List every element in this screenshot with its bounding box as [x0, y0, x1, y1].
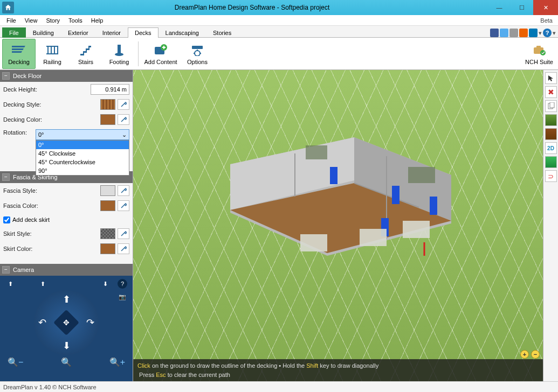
- rotation-option-0[interactable]: 0°: [36, 141, 129, 149]
- section-camera-header[interactable]: − Camera: [0, 264, 133, 276]
- collapse-icon[interactable]: −: [2, 72, 10, 80]
- section-deck-floor-header[interactable]: − Deck Floor: [0, 70, 133, 82]
- 3d-tool[interactable]: [545, 156, 557, 168]
- skirt-style-picker[interactable]: [118, 228, 129, 239]
- help-icon[interactable]: ?: [543, 29, 552, 37]
- decking-icon: [11, 43, 26, 58]
- svg-rect-24: [408, 167, 435, 183]
- rotation-dropdown[interactable]: 0°⌄ 0° 45° Clockwise 45° Counterclockwis…: [36, 129, 129, 140]
- svg-rect-7: [192, 46, 203, 49]
- svg-rect-10: [536, 46, 541, 48]
- help-dropdown-icon[interactable]: ▾: [553, 30, 556, 37]
- beta-label: Beta: [536, 16, 556, 25]
- tab-decks[interactable]: Decks: [128, 27, 159, 38]
- stumble-icon[interactable]: [519, 29, 528, 37]
- zoom-out-button[interactable]: 🔍−: [8, 357, 23, 367]
- rotation-option-45cw[interactable]: 45° Clockwise: [36, 149, 129, 158]
- svg-rect-3: [118, 45, 121, 53]
- rotation-option-90[interactable]: 90°: [36, 166, 129, 175]
- cam-up-right-icon[interactable]: ⬇: [100, 279, 110, 289]
- 2d-tool[interactable]: 2D: [545, 142, 557, 154]
- house-model: [219, 116, 489, 267]
- deck-height-input[interactable]: [91, 84, 129, 95]
- deck-floor-title: Deck Floor: [13, 73, 42, 79]
- ribbon-add-content[interactable]: Add Content: [141, 39, 181, 69]
- menu-file[interactable]: File: [2, 16, 20, 25]
- status-bar: DreamPlan v 1.40 © NCH Software: [0, 381, 558, 392]
- chevron-down-icon[interactable]: ▾: [539, 30, 542, 37]
- tab-building[interactable]: Building: [26, 27, 61, 38]
- menu-help[interactable]: Help: [87, 16, 108, 25]
- share-icon[interactable]: [509, 29, 518, 37]
- ribbon-footing[interactable]: Footing: [102, 39, 136, 69]
- copy-tool[interactable]: [545, 100, 557, 112]
- cursor-tool[interactable]: [545, 72, 557, 84]
- maximize-button[interactable]: ☐: [511, 0, 533, 15]
- decking-color-picker[interactable]: [118, 114, 129, 125]
- menu-view[interactable]: View: [20, 16, 42, 25]
- side-panel: − Deck Floor Deck Height: Decking Style:…: [0, 70, 133, 381]
- skirt-color-picker[interactable]: [118, 243, 129, 254]
- magnet-tool[interactable]: ⊃: [545, 170, 557, 182]
- terrain-tool[interactable]: [545, 114, 557, 126]
- fascia-color-picker[interactable]: [118, 200, 129, 211]
- twitter-icon[interactable]: [500, 29, 508, 37]
- viewport-plus-icon[interactable]: +: [520, 350, 529, 359]
- fascia-style-swatch[interactable]: [100, 185, 115, 196]
- rotation-value: 0°: [38, 131, 44, 138]
- tab-interior[interactable]: Interior: [95, 27, 128, 38]
- decking-style-picker[interactable]: [118, 99, 129, 110]
- cam-up-left-icon[interactable]: ⬆: [5, 279, 15, 289]
- add-skirt-checkbox[interactable]: [3, 216, 10, 223]
- nav-down[interactable]: ⬇: [63, 340, 71, 352]
- ribbon-options[interactable]: Options: [181, 39, 214, 69]
- nav-rotate-right[interactable]: ↷: [86, 317, 94, 328]
- screenshot-icon[interactable]: 📷: [118, 292, 127, 302]
- rotation-options-list: 0° 45° Clockwise 45° Counterclockwise 90…: [36, 140, 129, 176]
- svg-rect-1: [12, 48, 24, 50]
- svg-rect-30: [550, 102, 554, 108]
- zoom-in-button[interactable]: 🔍+: [109, 357, 125, 367]
- nav-rotate-left[interactable]: ↶: [38, 317, 46, 328]
- right-toolbar: ✖ 2D ⊃: [543, 70, 558, 381]
- svg-rect-27: [300, 234, 327, 251]
- menu-story[interactable]: Story: [42, 16, 64, 25]
- ribbon-nch-suite[interactable]: NCH Suite: [522, 39, 556, 69]
- close-button[interactable]: ✕: [533, 0, 558, 15]
- rotation-option-45ccw[interactable]: 45° Counterclockwise: [36, 158, 129, 166]
- roof-tool[interactable]: [545, 128, 557, 140]
- decking-color-swatch[interactable]: [100, 114, 115, 125]
- deck-height-label: Deck Height:: [3, 86, 46, 93]
- fascia-color-label: Fascia Color:: [3, 202, 46, 209]
- skirt-color-swatch[interactable]: [100, 243, 115, 254]
- decking-style-swatch[interactable]: [100, 99, 115, 110]
- zoom-reset-button[interactable]: 🔍: [61, 357, 72, 367]
- fascia-color-swatch[interactable]: [100, 200, 115, 211]
- cam-help-icon[interactable]: ?: [118, 279, 127, 289]
- viewport-3d[interactable]: + − Click on the ground to draw the outl…: [133, 70, 543, 381]
- tab-stories[interactable]: Stories: [206, 27, 238, 38]
- collapse-icon[interactable]: −: [2, 173, 10, 181]
- nav-center[interactable]: ✥: [53, 309, 79, 335]
- ribbon-stairs[interactable]: Stairs: [69, 39, 102, 69]
- cam-up-mid-icon[interactable]: ⬆: [38, 279, 47, 289]
- viewport-minus-icon[interactable]: −: [531, 350, 540, 359]
- skirt-style-swatch[interactable]: [100, 228, 115, 239]
- tab-file[interactable]: File: [2, 27, 26, 38]
- stairs-icon: [78, 43, 93, 58]
- tab-exterior[interactable]: Exterior: [61, 27, 95, 38]
- delete-tool[interactable]: ✖: [545, 86, 557, 98]
- fascia-style-picker[interactable]: [118, 185, 129, 196]
- nav-up[interactable]: ⬆: [63, 293, 71, 305]
- svg-rect-2: [12, 46, 25, 47]
- facebook-icon[interactable]: [490, 29, 499, 37]
- minimize-button[interactable]: —: [488, 0, 511, 15]
- chevron-down-icon: ⌄: [122, 131, 127, 138]
- menu-tools[interactable]: Tools: [64, 16, 87, 25]
- ribbon-railing[interactable]: Railing: [36, 39, 69, 69]
- linkedin-icon[interactable]: [529, 29, 538, 37]
- camera-nav-disc: ⬆ ⬇ ↶ ↷ ✥: [34, 290, 99, 355]
- tab-landscaping[interactable]: Landscaping: [159, 27, 206, 38]
- collapse-icon[interactable]: −: [2, 266, 10, 274]
- ribbon-decking[interactable]: Decking: [2, 39, 36, 69]
